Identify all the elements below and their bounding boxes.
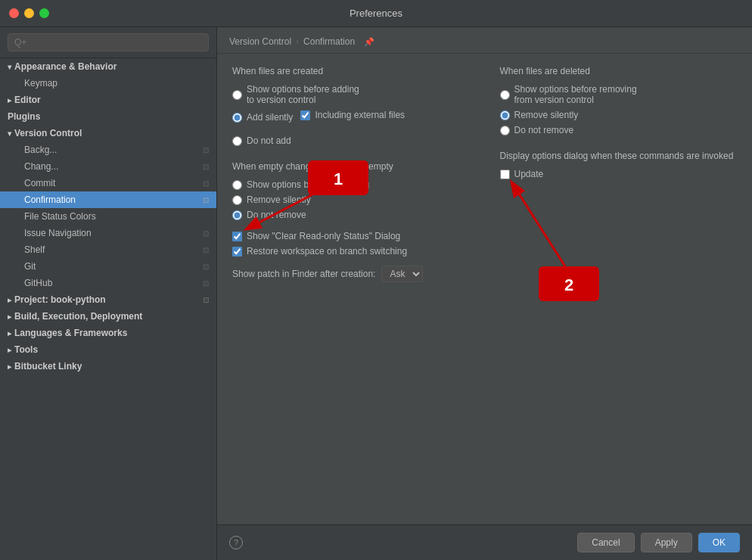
search-input[interactable] xyxy=(8,33,209,51)
radio-do-not-remove-change[interactable]: Do not remove xyxy=(232,210,470,220)
sidebar-item-keymap[interactable]: Keymap xyxy=(0,75,216,92)
radio-group-created: Show options before addingto version con… xyxy=(232,84,470,146)
checkbox-including-external[interactable]: Including external files xyxy=(300,110,405,120)
display-options-label: Display options dialog when these comman… xyxy=(500,151,738,161)
sidebar-item-version-control[interactable]: ▾ Version Control xyxy=(0,125,216,142)
checkbox-input-including-external[interactable] xyxy=(300,110,310,120)
sidebar-item-background[interactable]: Backg... ⊡ xyxy=(0,142,216,158)
sidebar: ▾ Appearance & Behavior Keymap ▸ Editor … xyxy=(0,27,217,560)
chevron-right-icon: ▸ xyxy=(8,96,11,104)
col-deleted: When files are deleted Show options befo… xyxy=(500,66,738,282)
patch-row: Show patch in Finder after creation: Ask… xyxy=(232,266,470,282)
sidebar-item-confirmation[interactable]: Confirmation ⊡ xyxy=(0,191,216,208)
radio-input-show-add[interactable] xyxy=(232,90,242,100)
radio-label-do-not-remove-change: Do not remove xyxy=(247,210,306,220)
checkbox-update[interactable]: Update xyxy=(500,169,738,179)
when-empty-section: When empty changelist becomes empty Show… xyxy=(232,161,470,220)
settings-icon-confirmation: ⊡ xyxy=(203,196,209,204)
sidebar-item-file-status-colors[interactable]: File Status Colors xyxy=(0,208,216,225)
radio-label-add-silently: Add silently xyxy=(247,112,293,123)
pin-icon: 📌 xyxy=(364,37,374,47)
cancel-button[interactable]: Cancel xyxy=(577,533,634,552)
radio-add-silently[interactable]: Add silently xyxy=(232,112,293,123)
chevron-right-icon-tools: ▸ xyxy=(8,346,11,354)
checkbox-restore-workspace[interactable]: Restore workspace on branch switching xyxy=(232,246,470,257)
breadcrumb-vc: Version Control xyxy=(229,36,291,47)
radio-input-add-silently[interactable] xyxy=(232,113,242,123)
settings-icon-commit: ⊡ xyxy=(203,179,209,188)
when-deleted-label: When files are deleted xyxy=(500,66,738,76)
settings-icon-git: ⊡ xyxy=(203,263,209,271)
radio-label-show-add: Show options before addingto version con… xyxy=(247,84,359,105)
radio-label-do-not-remove: Do not remove xyxy=(514,125,574,135)
inline-add-silently: Add silently Including external files xyxy=(232,110,470,125)
patch-label: Show patch in Finder after creation: xyxy=(232,269,375,279)
sidebar-item-appearance[interactable]: ▾ Appearance & Behavior xyxy=(0,58,216,75)
chevron-right-icon-lang: ▸ xyxy=(8,329,11,338)
radio-show-add[interactable]: Show options before addingto version con… xyxy=(232,84,470,105)
sidebar-item-editor[interactable]: ▸ Editor xyxy=(0,92,216,108)
when-empty-label: When empty changelist becomes empty xyxy=(232,161,470,172)
settings-icon-project: ⊡ xyxy=(203,296,209,304)
patch-select[interactable]: Ask Yes No xyxy=(381,266,423,282)
radio-label-show-remove: Show options before removingfrom version… xyxy=(514,84,637,105)
traffic-lights xyxy=(9,8,49,18)
breadcrumb: Version Control › Confirmation 📌 xyxy=(217,27,752,54)
checkbox-input-restore-workspace[interactable] xyxy=(232,247,242,257)
footer: ? Cancel Apply OK xyxy=(217,524,752,560)
checkbox-input-clear-readonly[interactable] xyxy=(232,232,242,241)
settings-icon-shelf: ⊡ xyxy=(203,246,209,254)
apply-button[interactable]: Apply xyxy=(641,533,692,552)
radio-remove-silently-change[interactable]: Remove silently xyxy=(232,194,470,205)
sidebar-item-bitbucket[interactable]: ▸ Bitbucket Linky xyxy=(0,358,216,375)
radio-label-show-remove-change: Show options before removing xyxy=(247,179,369,190)
search-box xyxy=(0,27,216,58)
sidebar-item-git[interactable]: Git ⊡ xyxy=(0,258,216,275)
chevron-right-icon-build: ▸ xyxy=(8,313,11,321)
extra-options-section: Show "Clear Read-only Status" Dialog Res… xyxy=(232,231,470,257)
radio-label-remove-silently: Remove silently xyxy=(514,110,579,120)
sidebar-item-tools[interactable]: ▸ Tools xyxy=(0,341,216,358)
radio-label-remove-silently-change: Remove silently xyxy=(247,194,311,205)
close-button[interactable] xyxy=(9,8,19,18)
checkbox-label-including-external: Including external files xyxy=(315,110,405,120)
title-bar: Preferences xyxy=(0,0,752,27)
minimize-button[interactable] xyxy=(24,8,34,18)
sidebar-item-commit[interactable]: Commit ⊡ xyxy=(0,175,216,191)
sidebar-item-languages[interactable]: ▸ Languages & Frameworks xyxy=(0,325,216,341)
radio-input-do-not-add[interactable] xyxy=(232,136,242,146)
radio-group-deleted: Show options before removingfrom version… xyxy=(500,84,738,135)
footer-left: ? xyxy=(229,536,243,549)
radio-do-not-remove[interactable]: Do not remove xyxy=(500,125,738,135)
radio-remove-silently[interactable]: Remove silently xyxy=(500,110,738,120)
sidebar-item-plugins[interactable]: Plugins xyxy=(0,108,216,125)
checkbox-clear-readonly[interactable]: Show "Clear Read-only Status" Dialog xyxy=(232,231,470,241)
radio-input-remove-silently-change[interactable] xyxy=(232,195,242,205)
help-button[interactable]: ? xyxy=(229,536,243,549)
radio-input-remove-silently[interactable] xyxy=(500,110,510,120)
col-created: When files are created Show options befo… xyxy=(232,66,470,282)
checkbox-label-restore-workspace: Restore workspace on branch switching xyxy=(247,246,407,257)
content-area: Version Control › Confirmation 📌 When fi… xyxy=(217,27,752,524)
breadcrumb-separator: › xyxy=(296,36,299,47)
radio-show-remove-change[interactable]: Show options before removing xyxy=(232,179,470,190)
sidebar-item-issue-navigation[interactable]: Issue Navigation ⊡ xyxy=(0,225,216,241)
settings-content: When files are created Show options befo… xyxy=(217,54,752,524)
radio-label-do-not-add: Do not add xyxy=(247,135,291,146)
radio-input-show-remove-change[interactable] xyxy=(232,180,242,190)
radio-input-do-not-remove[interactable] xyxy=(500,126,510,135)
sidebar-item-github[interactable]: GitHub ⊡ xyxy=(0,275,216,291)
radio-do-not-add[interactable]: Do not add xyxy=(232,135,470,146)
ok-button[interactable]: OK xyxy=(698,533,740,552)
checkbox-input-update[interactable] xyxy=(500,170,510,179)
sidebar-item-shelf[interactable]: Shelf ⊡ xyxy=(0,241,216,258)
sidebar-item-build[interactable]: ▸ Build, Execution, Deployment xyxy=(0,308,216,325)
sidebar-item-project[interactable]: ▸ Project: book-python ⊡ xyxy=(0,291,216,308)
chevron-right-icon-bitbucket: ▸ xyxy=(8,362,11,371)
display-options-section: Display options dialog when these comman… xyxy=(500,151,738,179)
radio-input-show-remove[interactable] xyxy=(500,90,510,100)
radio-input-do-not-remove-change[interactable] xyxy=(232,210,242,220)
radio-show-remove[interactable]: Show options before removingfrom version… xyxy=(500,84,738,105)
maximize-button[interactable] xyxy=(39,8,49,18)
sidebar-item-change[interactable]: Chang... ⊡ xyxy=(0,158,216,175)
